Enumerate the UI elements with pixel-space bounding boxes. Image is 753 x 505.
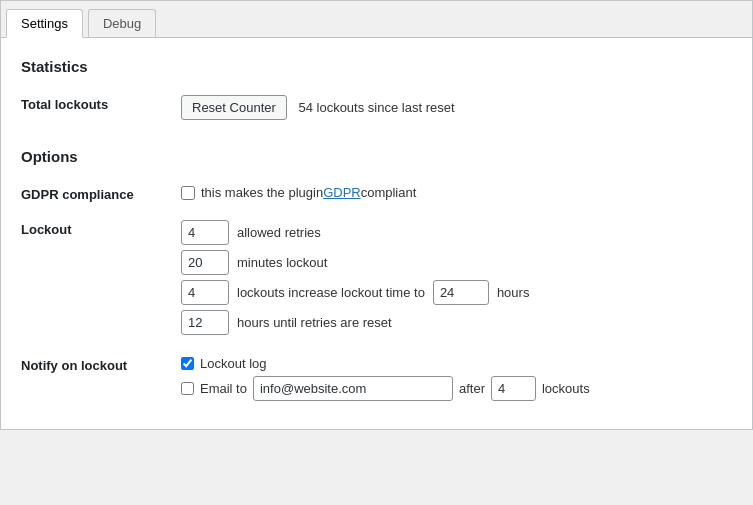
hours-reset-row: hours until retries are reset [181,310,732,335]
gdpr-value: this makes the plugin GDPR compliant [181,177,732,212]
gdpr-link[interactable]: GDPR [323,185,361,200]
notify-options: Lockout log Email to after lockouts [181,356,732,401]
lockout-row: Lockout allowed retries minutes lockout [21,212,732,348]
lockouts-label: lockouts [542,381,590,396]
tab-bar: Settings Debug [1,1,752,38]
lockout-log-row: Lockout log [181,356,732,371]
lockout-label: Lockout [21,212,181,348]
after-label: after [459,381,485,396]
hours-reset-label: hours until retries are reset [237,315,392,330]
email-row: Email to after lockouts [181,376,732,401]
statistics-title: Statistics [21,58,732,75]
reset-counter-button[interactable]: Reset Counter [181,95,287,120]
lockout-log-label: Lockout log [200,356,267,371]
lockout-count-text: 54 lockouts since last reset [298,100,454,115]
options-table: GDPR compliance this makes the plugin GD… [21,177,732,409]
total-lockouts-value: Reset Counter 54 lockouts since last res… [181,87,732,128]
lockouts-increase-row: lockouts increase lockout time to hours [181,280,732,305]
after-input[interactable] [491,376,536,401]
lockout-log-checkbox[interactable] [181,357,194,370]
notify-label: Notify on lockout [21,348,181,409]
minutes-lockout-row: minutes lockout [181,250,732,275]
total-lockouts-label: Total lockouts [21,87,181,128]
gdpr-description-pre: this makes the plugin [201,185,323,200]
allowed-retries-row: allowed retries [181,220,732,245]
email-label-pre: Email to [200,381,247,396]
statistics-table: Total lockouts Reset Counter 54 lockouts… [21,87,732,128]
lockouts-increase-hours-input[interactable] [433,280,489,305]
minutes-lockout-label: minutes lockout [237,255,327,270]
email-checkbox[interactable] [181,382,194,395]
lockouts-increase-input[interactable] [181,280,229,305]
gdpr-label: GDPR compliance [21,177,181,212]
allowed-retries-input[interactable] [181,220,229,245]
allowed-retries-label: allowed retries [237,225,321,240]
notify-row: Notify on lockout Lockout log Email to [21,348,732,409]
total-lockouts-row: Total lockouts Reset Counter 54 lockouts… [21,87,732,128]
lockouts-increase-label-post: hours [497,285,530,300]
settings-content: Statistics Total lockouts Reset Counter … [1,38,752,429]
notify-value: Lockout log Email to after lockouts [181,348,732,409]
gdpr-description-post: compliant [361,185,417,200]
minutes-lockout-input[interactable] [181,250,229,275]
gdpr-checkbox-row: this makes the plugin GDPR compliant [181,185,732,200]
email-input[interactable] [253,376,453,401]
hours-reset-input[interactable] [181,310,229,335]
gdpr-checkbox[interactable] [181,186,195,200]
lockout-value: allowed retries minutes lockout lockouts… [181,212,732,348]
tab-debug[interactable]: Debug [88,9,156,37]
lockouts-increase-label-pre: lockouts increase lockout time to [237,285,425,300]
settings-page: Settings Debug Statistics Total lockouts… [0,0,753,430]
gdpr-row: GDPR compliance this makes the plugin GD… [21,177,732,212]
options-title: Options [21,148,732,165]
tab-settings[interactable]: Settings [6,9,83,38]
